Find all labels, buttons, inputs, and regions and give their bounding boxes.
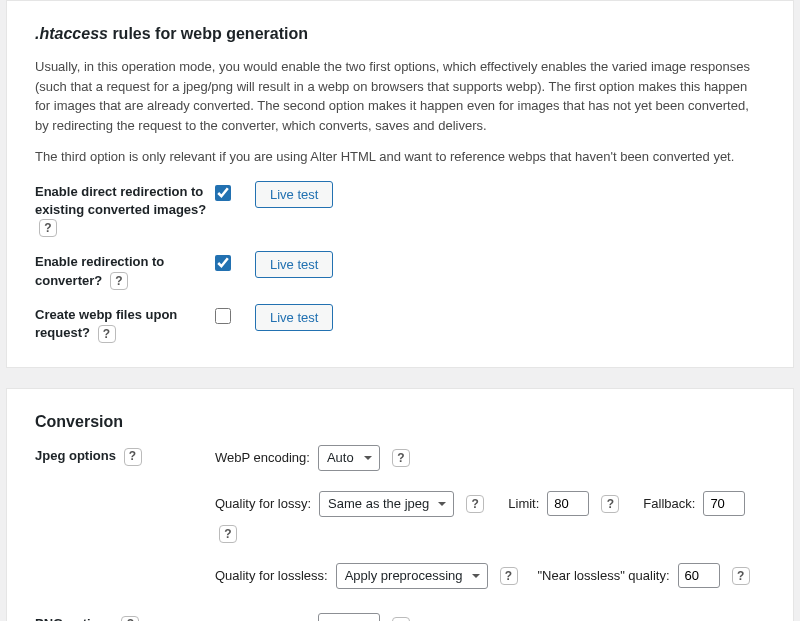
opt-redirect-converter-label: Enable redirection to converter? ? [35,251,215,290]
help-icon[interactable]: ? [732,567,750,585]
help-icon[interactable]: ? [500,567,518,585]
near-lossless-label: "Near lossless" quality: [538,568,670,583]
help-icon[interactable]: ? [124,448,142,466]
quality-lossy-label: Quality for lossy: [215,496,311,511]
help-icon[interactable]: ? [121,616,139,622]
help-icon[interactable]: ? [219,525,237,543]
webp-encoding-label: WebP encoding: [215,450,310,465]
help-icon[interactable]: ? [39,219,57,237]
live-test-button[interactable]: Live test [255,181,333,208]
htaccess-paragraph-1: Usually, in this operation mode, you wou… [35,57,765,135]
jpeg-quality-lossy-select[interactable]: Same as the jpeg [319,491,454,517]
help-icon[interactable]: ? [392,449,410,467]
htaccess-paragraph-2: The third option is only relevant if you… [35,147,765,167]
opt-create-webp-checkbox[interactable] [215,308,231,324]
opt-create-webp-label: Create webp files upon request? ? [35,304,215,343]
png-options-controls: WebP encoding: Auto ? Quality for lossy:… [215,613,765,621]
limit-label: Limit: [508,496,539,511]
live-test-button[interactable]: Live test [255,304,333,331]
opt-redirect-converter-row: Enable redirection to converter? ? Live … [35,251,765,290]
jpeg-options-controls: WebP encoding: Auto ? Quality for lossy:… [215,445,765,599]
help-icon[interactable]: ? [392,617,410,621]
htaccess-panel: .htaccess rules for webp generation Usua… [6,0,794,368]
fallback-input[interactable] [703,491,745,516]
jpeg-webp-encoding-select[interactable]: Auto [318,445,380,471]
png-options-label: PNG options ? [35,613,215,621]
conversion-panel: Conversion Jpeg options ? WebP encoding:… [6,388,794,621]
htaccess-title: .htaccess rules for webp generation [35,25,765,43]
jpeg-quality-lossless-select[interactable]: Apply preprocessing [336,563,488,589]
opt-direct-redirect-row: Enable direct redirection to existing co… [35,181,765,238]
fallback-label: Fallback: [643,496,695,511]
jpeg-near-lossless-input[interactable] [678,563,720,588]
jpeg-options-row: Jpeg options ? WebP encoding: Auto ? Qua… [35,445,765,599]
png-options-row: PNG options ? WebP encoding: Auto ? Qual… [35,613,765,621]
opt-direct-redirect-checkbox[interactable] [215,185,231,201]
help-icon[interactable]: ? [98,325,116,343]
conversion-title: Conversion [35,413,765,431]
help-icon[interactable]: ? [110,272,128,290]
opt-redirect-converter-checkbox[interactable] [215,255,231,271]
png-webp-encoding-select[interactable]: Auto [318,613,380,621]
live-test-button[interactable]: Live test [255,251,333,278]
quality-lossless-label: Quality for lossless: [215,568,328,583]
help-icon[interactable]: ? [466,495,484,513]
limit-input[interactable] [547,491,589,516]
opt-create-webp-row: Create webp files upon request? ? Live t… [35,304,765,343]
opt-direct-redirect-label: Enable direct redirection to existing co… [35,181,215,238]
help-icon[interactable]: ? [601,495,619,513]
jpeg-options-label: Jpeg options ? [35,445,215,466]
